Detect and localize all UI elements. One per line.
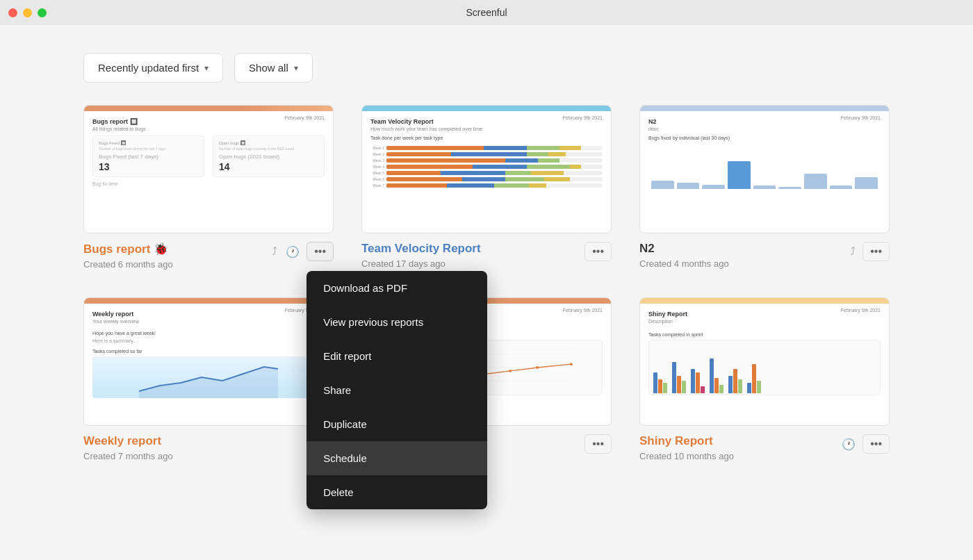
more-button[interactable]: ••• [584, 434, 612, 454]
reports-grid: Bugs report 🔲 All things related to bugs… [83, 105, 890, 461]
report-name: Shiny Report [639, 434, 734, 448]
report-actions: ••• [584, 434, 612, 454]
thumb-stat-open: Open bugs 🔲 Number of open bugs currentl… [213, 135, 325, 177]
report-name: N2 [639, 242, 729, 256]
thumb-title: Team Velocity Report [370, 118, 482, 125]
report-actions: 🕐 ••• [840, 434, 890, 454]
shiny-chart [648, 340, 881, 395]
report-card-weekly-report: Weekly report Your weekly overview Febru… [83, 297, 334, 461]
menu-edit-report[interactable]: Edit report [306, 339, 487, 373]
context-menu: Download as PDF View previous reports Ed… [306, 271, 487, 509]
report-thumbnail-weekly-report[interactable]: Weekly report Your weekly overview Febru… [83, 297, 334, 426]
hbar-chart: Week 1 Week 2 [370, 143, 603, 190]
report-thumbnail-team-velocity[interactable]: Team Velocity Report How much work your … [361, 105, 612, 233]
report-info: Team Velocity Report Created 17 days ago… [361, 242, 612, 269]
weekly-sublabel: Here is a summary... [92, 338, 325, 343]
report-thumbnail-shiny-report[interactable]: Shiny Report Description February 9th 20… [639, 297, 890, 426]
menu-share[interactable]: Share [306, 373, 487, 407]
sort-filter-label: Recently updated first [98, 62, 199, 74]
more-button[interactable]: ••• [862, 242, 890, 261]
thumb-title: Shiny Report [648, 311, 687, 318]
thumb-title: N2 [648, 118, 659, 125]
report-thumbnail-n2[interactable]: N2 desc February 9th 2021 Bugs fixed by … [639, 105, 890, 233]
chart-type-label: Bugs fixed by individual (last 30 days) [648, 135, 881, 140]
vbar-chart [648, 143, 881, 192]
hbar-row: Week 3 [370, 158, 603, 163]
thumb-body: Team Velocity Report How much work your … [362, 111, 611, 197]
report-meta: Created 7 months ago [83, 451, 173, 461]
thumb-header [640, 298, 889, 304]
menu-download-pdf[interactable]: Download as PDF [306, 271, 487, 305]
menu-view-previous[interactable]: View previous reports [306, 305, 487, 339]
report-name: Bugs report 🐞 [83, 242, 173, 256]
report-actions: ⤴ 🕐 ••• Download as PDF View previous re… [270, 242, 334, 261]
report-name-section: Bugs report 🐞 Created 6 months ago [83, 242, 173, 270]
report-info: N2 Created 4 months ago ⤴ ••• [639, 242, 890, 269]
more-button[interactable]: ••• [584, 242, 612, 261]
history-icon[interactable]: 🕐 [284, 244, 301, 260]
more-button[interactable]: ••• [862, 434, 890, 454]
hbar-row: Week 1 [370, 146, 603, 150]
thumb-subtitle: Description [648, 319, 687, 324]
thumb-date: February 9th 2021 [285, 115, 325, 120]
hbar-row: Week 6 [370, 177, 603, 181]
minimize-button[interactable] [23, 8, 32, 17]
more-menu-container: ••• Download as PDF View previous report… [306, 242, 334, 261]
thumb-header [640, 106, 889, 111]
report-name-section: Shiny Report Created 10 months ago [639, 434, 734, 461]
menu-delete[interactable]: Delete [306, 475, 487, 509]
app-title: Screenful [466, 7, 507, 18]
svg-point-8 [536, 366, 539, 369]
hbar-row: Week 7 [370, 183, 603, 188]
thumb-body: Bugs report 🔲 All things related to bugs… [84, 111, 333, 193]
thumb-stats: Bugs Fixed 🔲 Number of bugs fixed during… [92, 135, 325, 177]
thumb-subtitle: All things related to bugs [92, 126, 146, 131]
chart-label: Tasks completed so far [92, 349, 325, 354]
thumb-date: February 9th 2021 [841, 115, 881, 120]
chart-type-label: Task done per week per task type [370, 135, 603, 140]
titlebar: Screenful [0, 0, 973, 25]
report-card-n2: N2 desc February 9th 2021 Bugs fixed by … [639, 105, 890, 270]
sort-filter-button[interactable]: Recently updated first ▾ [83, 53, 223, 83]
show-chevron-icon: ▾ [294, 63, 298, 73]
thumb-date: February 9th 2021 [563, 115, 603, 120]
report-meta: Created 10 months ago [639, 451, 734, 461]
hbar-row: Week 2 [370, 152, 603, 156]
thumb-subtitle: desc [648, 126, 659, 131]
show-filter-label: Show all [249, 62, 288, 74]
thumb-body: N2 desc February 9th 2021 Bugs fixed by … [640, 111, 889, 199]
menu-duplicate[interactable]: Duplicate [306, 407, 487, 441]
report-actions: ••• [584, 242, 612, 261]
thumb-header [84, 298, 333, 304]
weekly-label: Hope you have a great week! [92, 331, 325, 336]
show-filter-button[interactable]: Show all ▾ [234, 53, 313, 83]
menu-schedule[interactable]: Schedule [306, 441, 487, 475]
share-icon[interactable]: ⤴ [849, 244, 857, 259]
thumb-title: Bugs report 🔲 [92, 118, 146, 125]
report-name: Team Velocity Report [361, 242, 481, 256]
report-meta: Created 17 days ago [361, 258, 481, 269]
report-name: Weekly report [83, 434, 173, 448]
share-icon[interactable]: ⤴ [270, 244, 279, 259]
report-meta: Created 6 months ago [83, 259, 173, 270]
report-card-team-velocity: Team Velocity Report How much work your … [361, 105, 612, 270]
close-button[interactable] [8, 8, 17, 17]
svg-marker-0 [139, 367, 278, 398]
hbar-row: Week 4 [370, 165, 603, 169]
thumb-subtitle: Your weekly overview [92, 319, 139, 324]
svg-point-7 [509, 370, 512, 372]
thumb-header [362, 106, 611, 111]
thumb-stat-fixed: Bugs Fixed 🔲 Number of bugs fixed during… [92, 135, 204, 177]
report-info: Shiny Report Created 10 months ago 🕐 ••• [639, 434, 890, 461]
svg-point-9 [570, 363, 573, 365]
maximize-button[interactable] [38, 8, 47, 17]
weekly-chart [92, 356, 325, 398]
report-thumbnail-bugs-report[interactable]: Bugs report 🔲 All things related to bugs… [83, 105, 334, 233]
report-info: Bugs report 🐞 Created 6 months ago ⤴ 🕐 •… [83, 242, 334, 270]
report-actions: ⤴ ••• [849, 242, 890, 261]
thumb-chart-label: Bug fix time [92, 181, 325, 186]
more-button[interactable]: ••• [306, 242, 334, 261]
thumb-body: Shiny Report Description February 9th 20… [640, 304, 889, 402]
thumb-body: Weekly report Your weekly overview Febru… [84, 304, 333, 405]
history-icon[interactable]: 🕐 [840, 436, 857, 452]
